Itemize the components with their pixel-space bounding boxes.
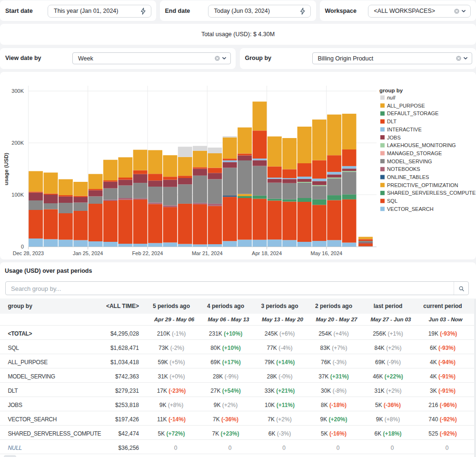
svg-text:Apr 18, 2024: Apr 18, 2024	[252, 250, 282, 256]
svg-text:SHARED_SERVERLESS_COMPUTE: SHARED_SERVERLESS_COMPUTE	[387, 190, 476, 196]
svg-text:Dec 28, 2023: Dec 28, 2023	[13, 250, 44, 256]
svg-text:200K: 200K	[11, 140, 24, 146]
svg-text:NOTEBOOKS: NOTEBOOKS	[387, 166, 420, 172]
svg-text:JOBS: JOBS	[387, 135, 401, 140]
svg-text:100K: 100K	[11, 192, 24, 198]
svg-text:May 16, 2024: May 16, 2024	[310, 250, 342, 256]
svg-text:DLT: DLT	[387, 119, 397, 124]
svg-text:LAKEHOUSE_MONITORING: LAKEHOUSE_MONITORING	[387, 142, 456, 148]
svg-text:INTERACTIVE: INTERACTIVE	[387, 127, 422, 132]
svg-text:300K: 300K	[11, 88, 24, 94]
svg-text:PREDICTIVE_OPTIMIZATION: PREDICTIVE_OPTIMIZATION	[387, 182, 458, 188]
svg-text:ONLINE_TABLES: ONLINE_TABLES	[387, 174, 429, 180]
svg-text:usage (USD): usage (USD)	[3, 153, 9, 186]
svg-text:Mar 21, 2024: Mar 21, 2024	[192, 250, 223, 256]
svg-text:MANAGED_STORAGE: MANAGED_STORAGE	[387, 150, 442, 156]
svg-text:Feb 22, 2024: Feb 22, 2024	[132, 250, 163, 256]
svg-text:0: 0	[21, 244, 24, 249]
svg-text:Jan 25, 2024: Jan 25, 2024	[73, 250, 103, 256]
svg-text:ALL_PURPOSE: ALL_PURPOSE	[387, 103, 425, 109]
svg-text:null: null	[387, 95, 396, 100]
svg-text:SQL: SQL	[387, 198, 397, 204]
svg-text:DEFAULT_STORAGE: DEFAULT_STORAGE	[387, 110, 438, 116]
svg-text:group by: group by	[379, 88, 403, 93]
svg-text:MODEL_SERVING: MODEL_SERVING	[387, 159, 432, 164]
svg-text:VECTOR_SEARCH: VECTOR_SEARCH	[387, 206, 434, 212]
